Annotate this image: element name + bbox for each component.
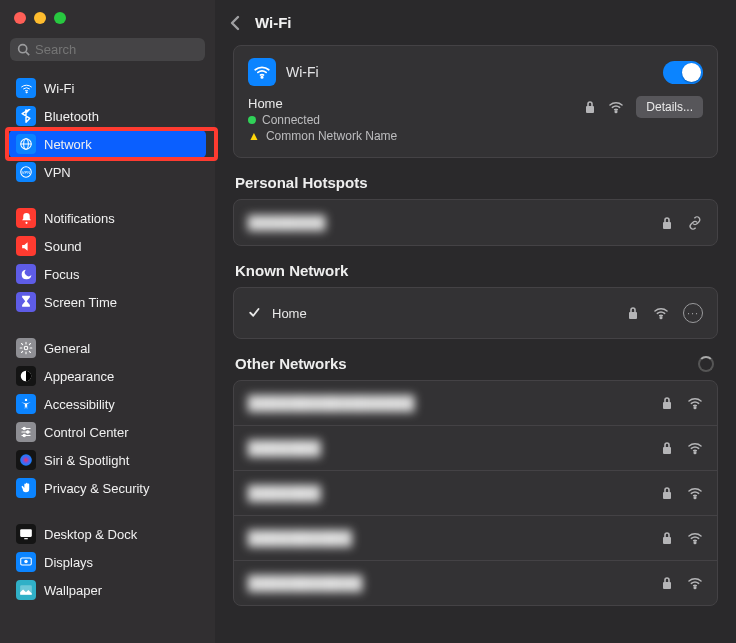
sidebar-item-control-center[interactable]: Control Center — [9, 418, 206, 446]
displays-icon — [16, 552, 36, 572]
sidebar-item-desktop-dock[interactable]: Desktop & Dock — [9, 520, 206, 548]
network-row[interactable]: ████████ — [234, 200, 717, 245]
lock-icon — [661, 486, 673, 500]
network-row[interactable]: ███████ — [234, 471, 717, 516]
connection-status: Connected — [248, 113, 397, 127]
svg-rect-36 — [663, 537, 671, 544]
wallpaper-icon — [16, 580, 36, 600]
svg-rect-38 — [663, 582, 671, 589]
sidebar-item-accessibility[interactable]: Accessibility — [9, 390, 206, 418]
lock-icon — [661, 396, 673, 410]
lock-icon — [661, 441, 673, 455]
sidebar-item-wallpaper[interactable]: Wallpaper — [9, 576, 206, 604]
back-button[interactable] — [229, 15, 241, 31]
sidebar-item-network[interactable]: Network — [9, 130, 206, 158]
sidebar-item-wi-fi[interactable]: Wi-Fi — [9, 74, 206, 102]
details-button[interactable]: Details... — [636, 96, 703, 118]
svg-point-2 — [25, 91, 26, 92]
sidebar-item-displays[interactable]: Displays — [9, 548, 206, 576]
sidebar-item-sound[interactable]: Sound — [9, 232, 206, 260]
svg-point-29 — [660, 317, 662, 319]
svg-point-26 — [616, 111, 618, 113]
wifi-toggle[interactable] — [663, 61, 703, 84]
sidebar-item-label: Focus — [44, 267, 79, 282]
sidebar-item-vpn[interactable]: VPNVPN — [9, 158, 206, 186]
sidebar-item-general[interactable]: General — [9, 334, 206, 362]
search-field[interactable] — [10, 38, 205, 61]
minimize-window[interactable] — [34, 12, 46, 24]
svg-point-18 — [20, 454, 32, 466]
close-window[interactable] — [14, 12, 26, 24]
sidebar-item-screen-time[interactable]: Screen Time — [9, 288, 206, 316]
svg-rect-34 — [663, 492, 671, 499]
known-network-section: Known Network Home··· — [233, 262, 718, 339]
control-center-icon — [16, 422, 36, 442]
network-row[interactable]: ██████████ — [234, 516, 717, 561]
svg-point-9 — [24, 346, 28, 350]
lock-icon — [584, 100, 596, 114]
lock-icon — [661, 531, 673, 545]
sidebar-item-privacy-security[interactable]: Privacy & Security — [9, 474, 206, 502]
wifi-signal-icon — [608, 100, 624, 114]
wifi-icon — [16, 78, 36, 98]
svg-rect-20 — [24, 538, 28, 539]
sidebar-item-label: Bluetooth — [44, 109, 99, 124]
other-networks-section: Other Networks █████████████████████████… — [233, 355, 718, 606]
sidebar-item-label: General — [44, 341, 90, 356]
network-name: ███████ — [248, 485, 321, 501]
wifi-label: Wi-Fi — [286, 64, 319, 80]
appearance-icon — [16, 366, 36, 386]
svg-rect-28 — [629, 312, 637, 319]
sidebar-item-notifications[interactable]: Notifications — [9, 204, 206, 232]
sidebar-item-label: Wallpaper — [44, 583, 102, 598]
network-name: ████████ — [248, 215, 326, 230]
loading-spinner-icon — [698, 356, 714, 372]
search-input[interactable] — [35, 42, 203, 57]
sidebar: Wi-FiBluetoothNetworkVPNVPNNotifications… — [0, 0, 215, 643]
svg-point-17 — [23, 434, 25, 436]
zoom-window[interactable] — [54, 12, 66, 24]
wifi-signal-icon — [687, 576, 703, 590]
sidebar-item-appearance[interactable]: Appearance — [9, 362, 206, 390]
personal-hotspots-title: Personal Hotspots — [233, 174, 718, 191]
sidebar-item-label: Privacy & Security — [44, 481, 149, 496]
wifi-icon — [248, 58, 276, 86]
svg-point-24 — [261, 77, 263, 79]
wifi-signal-icon — [687, 396, 703, 410]
sidebar-item-label: Appearance — [44, 369, 114, 384]
status-dot-icon — [248, 116, 256, 124]
network-row[interactable]: Home··· — [234, 288, 717, 338]
sidebar-item-bluetooth[interactable]: Bluetooth — [9, 102, 206, 130]
network-name: ███████ — [248, 440, 321, 456]
sound-icon — [16, 236, 36, 256]
svg-text:VPN: VPN — [22, 170, 30, 175]
connection-warning: ▲ Common Network Name — [248, 129, 397, 143]
network-row[interactable]: ████████████████ — [234, 381, 717, 426]
network-row[interactable]: ███████████ — [234, 561, 717, 605]
sidebar-item-label: Notifications — [44, 211, 115, 226]
known-network-title: Known Network — [233, 262, 718, 279]
vpn-icon: VPN — [16, 162, 36, 182]
personal-hotspots-section: Personal Hotspots ████████ — [233, 174, 718, 246]
svg-point-33 — [694, 452, 696, 454]
hotspot-link-icon — [687, 216, 703, 230]
svg-point-16 — [27, 431, 29, 433]
page-title: Wi-Fi — [255, 14, 292, 31]
wifi-status-card: Wi-Fi Home Connected ▲ Common Network Na… — [233, 45, 718, 158]
sidebar-item-label: Screen Time — [44, 295, 117, 310]
network-name: ██████████ — [248, 530, 352, 546]
network-row[interactable]: ███████ — [234, 426, 717, 471]
network-name: ████████████████ — [248, 395, 415, 411]
gear-icon — [16, 338, 36, 358]
svg-rect-19 — [20, 529, 32, 537]
sidebar-item-label: Displays — [44, 555, 93, 570]
more-options-button[interactable]: ··· — [683, 303, 703, 323]
wifi-signal-icon — [653, 306, 669, 320]
bell-icon — [16, 208, 36, 228]
sidebar-item-siri-spotlight[interactable]: Siri & Spotlight — [9, 446, 206, 474]
sidebar-item-focus[interactable]: Focus — [9, 260, 206, 288]
other-networks-title: Other Networks — [233, 355, 347, 372]
sidebar-item-label: Siri & Spotlight — [44, 453, 129, 468]
lock-icon — [627, 306, 639, 320]
svg-point-11 — [25, 399, 27, 401]
